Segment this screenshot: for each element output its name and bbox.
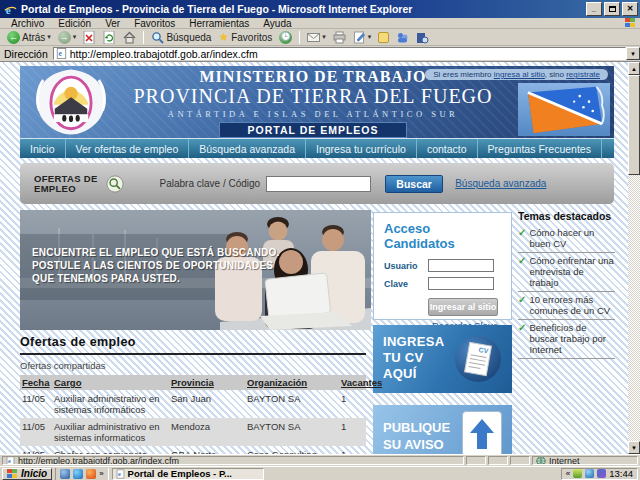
topics-title: Temas destacados bbox=[518, 210, 615, 222]
buscar-button[interactable]: Buscar bbox=[385, 175, 443, 193]
cell-cargo: Auxiliar administrativo en sistemas info… bbox=[52, 390, 169, 418]
nav-item-inicio[interactable]: Inicio bbox=[20, 139, 66, 158]
cell-cargo: Auxiliar administrativo en sistemas info… bbox=[52, 418, 169, 446]
menu-item-ver[interactable]: Ver bbox=[98, 18, 127, 29]
menu-item-favoritos[interactable]: Favoritos bbox=[127, 18, 182, 29]
offers-table: FechaCargoProvinciaOrganizaciónVacantes … bbox=[20, 375, 366, 454]
back-button[interactable]: ← Atrás ▾ bbox=[4, 30, 54, 45]
nav-item-ver-ofertas-de-empleo[interactable]: Ver ofertas de empleo bbox=[66, 139, 190, 158]
menu-item-ayuda[interactable]: Ayuda bbox=[256, 18, 298, 29]
job-offers-section: Ofertas de empleo Ofertas compartidas Fe… bbox=[20, 335, 366, 454]
member-register-link[interactable]: regístrate bbox=[566, 70, 600, 79]
coat-of-arms bbox=[28, 68, 114, 136]
forward-dropdown-icon[interactable]: ▾ bbox=[73, 33, 77, 41]
menu-bar: ArchivoEdiciónVerFavoritosHerramientasAy… bbox=[0, 18, 640, 29]
ie-icon[interactable] bbox=[73, 469, 83, 479]
forward-icon: → bbox=[58, 31, 71, 44]
publish-ad-text: PUBLIQUE SU AVISO bbox=[383, 419, 450, 453]
province-title: PROVINCIA DE TIERRA DEL FUEGO bbox=[112, 85, 514, 108]
advanced-search-link[interactable]: Búsqueda avanzada bbox=[455, 178, 546, 189]
firefox-icon[interactable] bbox=[86, 469, 96, 479]
tray-network-icon[interactable] bbox=[597, 469, 606, 478]
minimize-button[interactable]: _ bbox=[586, 2, 602, 16]
scroll-down-button[interactable]: ▼ bbox=[628, 441, 640, 454]
search-label: Búsqueda bbox=[166, 32, 211, 43]
messenger-button[interactable] bbox=[393, 30, 412, 45]
login-button[interactable]: Ingresar al sitio bbox=[428, 298, 498, 316]
address-input[interactable]: e http://empleo.trabajotdf.gob.ar/index.… bbox=[53, 47, 626, 60]
keyword-label: Palabra clave / Código bbox=[160, 178, 261, 189]
column-header-provincia[interactable]: Provincia bbox=[169, 375, 245, 390]
status-cell bbox=[466, 456, 486, 465]
user-label: Usuario bbox=[384, 261, 428, 271]
browser-icon[interactable] bbox=[60, 469, 70, 479]
discuss-button[interactable] bbox=[375, 30, 392, 45]
edit-dropdown-icon[interactable]: ▾ bbox=[368, 33, 372, 41]
publish-ad-box[interactable]: PUBLIQUE SU AVISO bbox=[373, 405, 512, 454]
quick-launch-overflow-icon[interactable]: » bbox=[99, 469, 103, 478]
status-url: http://empleo.trabajotdf.gob.ar/index.cf… bbox=[18, 456, 179, 465]
nav-item-contacto[interactable]: contacto bbox=[417, 139, 478, 158]
stop-icon bbox=[83, 31, 96, 44]
table-row[interactable]: 11/05Auxiliar administrativo en sistemas… bbox=[20, 390, 366, 418]
tray-icon-blue[interactable] bbox=[585, 469, 594, 478]
tray-icon-green[interactable] bbox=[573, 469, 582, 478]
nav-item-busqueda-avanzada[interactable]: Búsqueda avanzada bbox=[189, 139, 306, 158]
topic-link-como-enfrentar-una-entrevista-de-trabajo[interactable]: ✓Cómo enfrentar una entrevista de trabaj… bbox=[518, 253, 615, 292]
table-row[interactable]: 11/05Chofer con camioneta propiaGBA Nort… bbox=[20, 446, 366, 454]
cell-cargo: Chofer con camioneta propia bbox=[52, 446, 169, 454]
scroll-up-button[interactable]: ▲ bbox=[628, 62, 640, 75]
search-button[interactable]: Búsqueda bbox=[148, 30, 214, 45]
taskbar: Inicio » e Portal de Empleos - P... « 13… bbox=[0, 466, 640, 480]
topic-link-beneficios-de-buscar-trabajo-por-internet[interactable]: ✓Beneficios de buscar trabajo por Intern… bbox=[518, 320, 615, 359]
submit-cv-box[interactable]: INGRESA TU CV AQUÍ CV bbox=[373, 325, 512, 393]
topic-link-como-hacer-un-buen-cv[interactable]: ✓Cómo hacer un buen CV bbox=[518, 225, 615, 253]
cell-fecha: 11/05 bbox=[20, 418, 52, 446]
favorites-label: Favoritos bbox=[231, 32, 272, 43]
mail-dropdown-icon[interactable]: ▾ bbox=[322, 33, 326, 41]
edit-button[interactable]: ▾ bbox=[350, 30, 375, 45]
start-button[interactable]: Inicio bbox=[2, 468, 52, 480]
home-button[interactable] bbox=[120, 30, 139, 45]
back-dropdown-icon[interactable]: ▾ bbox=[47, 33, 51, 41]
column-header-vacantes[interactable]: Vacantes bbox=[339, 375, 366, 390]
table-row[interactable]: 11/05Auxiliar administrativo en sistemas… bbox=[20, 418, 366, 446]
favorites-button[interactable]: ★ Favoritos bbox=[215, 30, 275, 45]
menu-item-edicion[interactable]: Edición bbox=[51, 18, 98, 29]
column-header-organizacion[interactable]: Organización bbox=[245, 375, 339, 390]
column-header-fecha[interactable]: Fecha bbox=[20, 375, 52, 390]
topic-label: Beneficios de buscar trabajo por Interne… bbox=[529, 322, 615, 355]
stop-button[interactable] bbox=[80, 30, 99, 45]
check-icon: ✓ bbox=[518, 322, 526, 355]
nav-item-preguntas-frecuentes[interactable]: Preguntas Frecuentes bbox=[478, 139, 602, 158]
cell-provincia: San Juan bbox=[169, 390, 245, 418]
topic-link-10-errores-mas-comunes-de-un-cv[interactable]: ✓10 errores más comunes de un CV bbox=[518, 292, 615, 320]
close-button[interactable]: ✕ bbox=[622, 2, 638, 16]
keyword-input[interactable] bbox=[266, 176, 371, 192]
restore-button[interactable] bbox=[604, 2, 620, 16]
user-input[interactable] bbox=[428, 259, 494, 272]
check-icon: ✓ bbox=[518, 255, 526, 288]
menu-item-archivo[interactable]: Archivo bbox=[4, 18, 51, 29]
status-zone-cell: Internet bbox=[532, 456, 638, 465]
nav-item-ingresa-tu-curriculo[interactable]: Ingresa tu currículo bbox=[306, 139, 417, 158]
history-button[interactable]: 🕒 bbox=[276, 30, 295, 45]
ie-icon: e bbox=[4, 3, 17, 16]
member-login-link[interactable]: ingresa al sitio bbox=[494, 70, 545, 79]
address-dropdown-button[interactable]: ▾ bbox=[626, 47, 640, 60]
cv-box-text: INGRESA TU CV AQUÍ bbox=[383, 334, 444, 382]
print-button[interactable] bbox=[330, 30, 349, 45]
refresh-button[interactable] bbox=[100, 30, 119, 45]
task-button-ie[interactable]: e Portal de Empleos - P... bbox=[112, 468, 264, 480]
vertical-scrollbar[interactable]: ▲ ▼ bbox=[628, 62, 640, 454]
password-input[interactable] bbox=[428, 277, 494, 290]
column-header-cargo[interactable]: Cargo bbox=[52, 375, 169, 390]
login-title: Acceso Candidatos bbox=[384, 221, 503, 251]
research-button[interactable] bbox=[413, 30, 432, 45]
back-icon: ← bbox=[7, 31, 20, 44]
forward-button[interactable]: → ▾ bbox=[55, 30, 80, 45]
mail-button[interactable]: ▾ bbox=[304, 30, 329, 45]
tray-expand-icon[interactable]: « bbox=[566, 469, 570, 478]
menu-item-herramientas[interactable]: Herramientas bbox=[182, 18, 256, 29]
scrollbar-thumb[interactable] bbox=[628, 75, 640, 175]
